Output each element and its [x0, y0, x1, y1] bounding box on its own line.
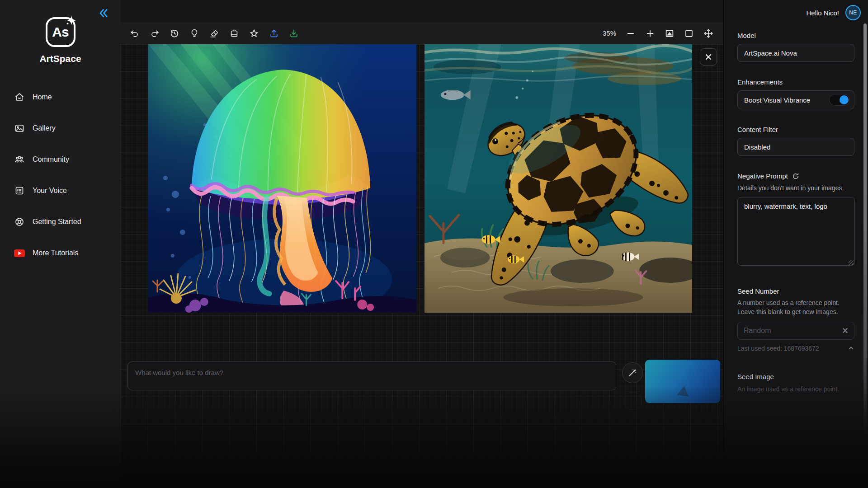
redo-icon: [150, 28, 160, 38]
close-button[interactable]: [700, 48, 717, 66]
prompt-input[interactable]: [127, 361, 616, 390]
sidebar-item-more-tutorials[interactable]: More Tutorials: [0, 243, 121, 263]
eraser-icon: [209, 28, 219, 38]
sidebar-item-label: Community: [33, 155, 69, 164]
seed-number-input[interactable]: Random: [737, 322, 854, 340]
sidebar-item-getting-started[interactable]: Getting Started: [0, 211, 121, 232]
sidebar-item-label: Home: [33, 93, 52, 101]
user-greeting: Hello Nico!: [806, 9, 839, 17]
lightbulb-icon: [189, 28, 199, 38]
seed-image-section: Seed Image An image used as a reference …: [737, 373, 854, 394]
model-section: Model ArtSpace.ai Nova: [737, 32, 854, 62]
magic-wand-icon: [627, 368, 637, 378]
undo-icon: [130, 28, 140, 38]
sidebar-item-home[interactable]: Home: [0, 87, 121, 108]
minus-icon: [626, 28, 636, 38]
favorite-button[interactable]: [248, 28, 260, 39]
toolbar: 35%: [121, 22, 723, 44]
undo-button[interactable]: [129, 28, 141, 39]
negative-prompt-input[interactable]: blurry, watermark, text, logo: [737, 197, 855, 266]
sidebar-item-gallery[interactable]: Gallery: [0, 118, 121, 139]
settings-panel: Hello Nico! NE Model ArtSpace.ai Nova En…: [723, 0, 868, 488]
sidebar-item-label: Gallery: [33, 124, 56, 132]
model-label: Model: [737, 32, 854, 39]
brush-kit-button[interactable]: [228, 28, 240, 39]
lifebuoy-icon: [14, 216, 25, 228]
toggle-knob: [840, 95, 849, 104]
fit-image-button[interactable]: [664, 28, 675, 39]
magic-wand-button[interactable]: [622, 362, 643, 383]
vibrance-toggle[interactable]: [829, 94, 850, 106]
sidebar-item-label: More Tutorials: [33, 249, 78, 257]
negative-prompt-wrap: blurry, watermark, text, logo: [737, 197, 855, 267]
brand-logo: As: [46, 17, 75, 47]
generated-image-turtle[interactable]: [425, 44, 692, 313]
thumbnail-shape: [677, 385, 690, 396]
refresh-icon[interactable]: [792, 173, 799, 180]
eraser-button[interactable]: [208, 28, 220, 39]
seed-number-label: Seed Number: [737, 287, 854, 295]
history-icon: [170, 28, 179, 38]
content-filter-value: Disabled: [744, 143, 770, 151]
negative-prompt-label-row: Negative Prompt: [737, 172, 854, 180]
clear-icon[interactable]: [842, 328, 848, 333]
chevron-up-icon[interactable]: [848, 345, 854, 352]
brand-logo-text: As: [52, 24, 68, 40]
negative-prompt-section: Negative Prompt Details you don't want i…: [737, 172, 854, 267]
plus-icon: [645, 28, 655, 38]
seed-number-help: A number used as a reference point. Leav…: [737, 299, 854, 316]
user-greeting-row: Hello Nico! NE: [806, 5, 861, 20]
settings-panel-content: Model ArtSpace.ai Nova Enhancements Boos…: [724, 0, 868, 394]
redo-button[interactable]: [149, 28, 160, 39]
image-frame-icon: [665, 28, 675, 38]
model-value: ArtSpace.ai Nova: [744, 49, 797, 57]
sparkle-icon: [66, 14, 77, 26]
seed-number-placeholder: Random: [744, 327, 771, 335]
enhancements-label: Enhancements: [737, 78, 854, 86]
community-icon: [14, 154, 25, 165]
sidebar-item-label: Getting Started: [33, 218, 81, 226]
enhancement-row[interactable]: Boost Visual Vibrance: [737, 90, 854, 109]
zoom-level-label: 35%: [603, 29, 616, 37]
model-select[interactable]: ArtSpace.ai Nova: [737, 44, 854, 62]
download-icon: [289, 28, 299, 38]
last-used-seed-row: Last used seed: 1687693672: [737, 345, 854, 352]
home-icon: [14, 91, 25, 103]
panel-scrollbar[interactable]: [863, 23, 867, 435]
content-filter-label: Content Filter: [737, 126, 854, 133]
content-filter-select[interactable]: Disabled: [737, 138, 854, 156]
upload-icon: [269, 28, 279, 38]
download-button[interactable]: [288, 28, 300, 39]
close-icon: [704, 53, 712, 61]
move-icon: [703, 28, 713, 38]
seed-image-thumbnail[interactable]: [645, 360, 720, 403]
seed-number-section: Seed Number A number used as a reference…: [737, 287, 854, 352]
enhancements-section: Enhancements Boost Visual Vibrance: [737, 78, 854, 109]
secondary-tool-button[interactable]: [624, 392, 642, 410]
sidebar-item-community[interactable]: Community: [0, 149, 121, 170]
pan-button[interactable]: [703, 28, 714, 39]
history-button[interactable]: [169, 28, 180, 39]
last-used-seed-text: Last used seed: 1687693672: [737, 345, 819, 352]
avatar-initials: NE: [849, 9, 857, 16]
toolbar-left-group: [129, 28, 300, 39]
square-icon: [684, 28, 694, 38]
user-avatar[interactable]: NE: [845, 5, 861, 20]
seed-image-label: Seed Image: [737, 373, 854, 380]
sidebar-item-your-voice[interactable]: Your Voice: [0, 180, 121, 201]
negative-prompt-label: Negative Prompt: [737, 172, 788, 180]
content-filter-section: Content Filter Disabled: [737, 126, 854, 156]
idea-button[interactable]: [189, 28, 200, 39]
zoom-in-button[interactable]: [644, 28, 656, 39]
upload-button[interactable]: [268, 28, 280, 39]
frame-select-button[interactable]: [683, 28, 695, 39]
negative-prompt-help: Details you don't want in your images.: [737, 184, 854, 192]
brush-kit-icon: [229, 28, 239, 38]
seed-image-help: An image used as a reference point.: [737, 385, 854, 394]
sidebar-item-label: Your Voice: [33, 187, 67, 195]
workspace: 35%: [121, 0, 723, 488]
star-icon: [249, 28, 259, 38]
generated-image-jellyfish[interactable]: [148, 44, 416, 313]
zoom-out-button[interactable]: [625, 28, 637, 39]
enhancement-toggle-label: Boost Visual Vibrance: [744, 96, 810, 104]
